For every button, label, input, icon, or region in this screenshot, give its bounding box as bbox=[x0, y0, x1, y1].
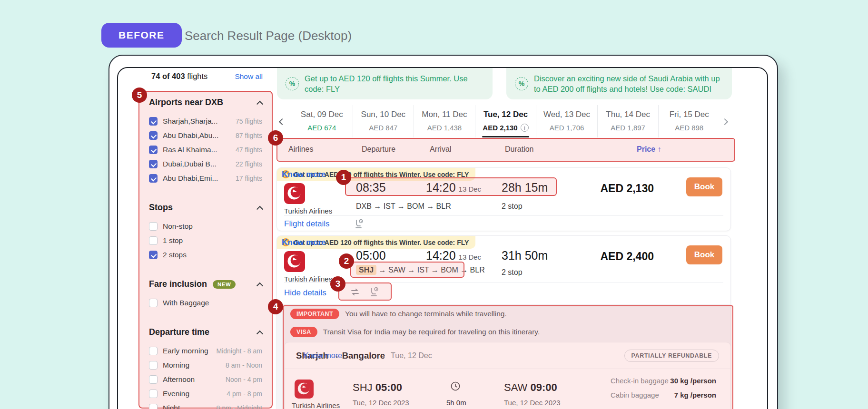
col-arrival: Arrival bbox=[430, 145, 451, 154]
chevron-up-icon[interactable] bbox=[256, 330, 263, 337]
important-badge: IMPORTANT bbox=[290, 309, 339, 319]
screenshot-canvas: BEFORE Search Result Page (Desktop) 74 o… bbox=[0, 0, 868, 409]
flight-details-link[interactable]: Flight details bbox=[284, 219, 329, 229]
filters-sidebar: Airports near DXB Sharjah,Sharja... 75 f… bbox=[138, 91, 273, 409]
browser-frame: 74 of 403 flights Show all Airports near… bbox=[108, 55, 778, 409]
checkbox-early-morning[interactable] bbox=[149, 347, 158, 355]
turkish-airlines-logo bbox=[284, 251, 305, 272]
filter-section-airports: Airports near DXB bbox=[149, 97, 262, 107]
filter-item: Dubai,Dubai B... 22 flights bbox=[149, 157, 262, 171]
discount-icon: % bbox=[286, 77, 299, 90]
filter-item: Sharjah,Sharja... 75 flights bbox=[149, 114, 262, 128]
chevron-right-icon[interactable] bbox=[722, 117, 731, 126]
filter-item: With Baggage bbox=[149, 296, 262, 310]
turkish-airlines-logo bbox=[295, 380, 314, 399]
show-all-link[interactable]: Show all bbox=[235, 72, 263, 81]
leg-date: Tue, 12 Dec bbox=[391, 351, 624, 360]
chevron-up-icon[interactable] bbox=[256, 282, 263, 289]
flight-price: AED 2,400 bbox=[582, 250, 654, 263]
results-count: 74 of 403 flights bbox=[151, 72, 207, 81]
checkbox-morning[interactable] bbox=[149, 361, 158, 370]
date-tab-sun-10[interactable]: Sun, 10 Dec AED 847 bbox=[353, 105, 414, 137]
chevron-up-icon[interactable] bbox=[256, 100, 263, 107]
refund-badge: PARTIALLY REFUNDABLE bbox=[624, 350, 719, 362]
app-frame: 74 of 403 flights Show all Airports near… bbox=[117, 67, 768, 409]
itinerary-header: Sharjah → Bangalore Tue, 12 Dec PARTIALL… bbox=[285, 342, 730, 369]
checkbox-evening[interactable] bbox=[149, 390, 158, 398]
date-tab-wed-13[interactable]: Wed, 13 Dec AED 1,706 bbox=[536, 105, 597, 137]
filter-item: 1 stop bbox=[149, 234, 262, 248]
filter-section-fare: Fare inclusion NEW bbox=[149, 279, 262, 289]
checkbox-afternoon[interactable] bbox=[149, 375, 158, 384]
checkbox-airport-3[interactable] bbox=[149, 160, 158, 168]
know-more-link[interactable]: Know more bbox=[282, 238, 326, 247]
know-more-link[interactable]: Know more bbox=[282, 170, 326, 179]
filter-section-departure: Departure time bbox=[149, 327, 262, 337]
filter-item: Early morning Midnight - 8 am bbox=[149, 344, 262, 358]
annotation-badge-5: 5 bbox=[132, 88, 147, 103]
discount-icon: % bbox=[515, 77, 528, 90]
departure-time: 05:00 bbox=[356, 249, 386, 263]
visa-badge: VISA bbox=[290, 327, 317, 337]
important-note: IMPORTANT You will have to change termin… bbox=[290, 309, 507, 319]
annotation-badge-1: 1 bbox=[336, 170, 351, 185]
cabin-baggage: Cabin baggage 7 kg /person bbox=[611, 391, 716, 399]
checkbox-baggage[interactable] bbox=[149, 299, 158, 307]
segment-row: Turkish Airlines SHJ 05:00 Tue, 12 Dec 2… bbox=[285, 369, 730, 409]
annotation-badge-6: 6 bbox=[268, 130, 283, 146]
mode-badge: BEFORE bbox=[101, 23, 182, 48]
checkbox-1stop[interactable] bbox=[149, 236, 158, 245]
chevron-left-icon[interactable] bbox=[280, 117, 288, 126]
card-promo-strip: % Get up to AED 120 off flights this Win… bbox=[277, 168, 475, 181]
book-button[interactable]: Book bbox=[686, 245, 722, 264]
col-airlines: Airlines bbox=[288, 145, 313, 154]
filter-item: Abu Dhabi,Abu... 87 flights bbox=[149, 128, 262, 143]
book-button[interactable]: Book bbox=[686, 177, 722, 196]
filter-item: 2 stops bbox=[149, 248, 262, 262]
card-promo-strip: % Get up to AED 120 off flights this Win… bbox=[277, 236, 475, 249]
hide-details-link[interactable]: Hide details bbox=[284, 288, 326, 298]
info-icon[interactable]: i bbox=[521, 124, 529, 132]
flight-price: AED 2,130 bbox=[582, 182, 654, 195]
know-more-link[interactable]: Know more bbox=[304, 351, 342, 360]
stops-section-title: Stops bbox=[149, 203, 257, 213]
checkbox-2stops[interactable] bbox=[149, 251, 158, 259]
itinerary-card: Sharjah → Bangalore Tue, 12 Dec PARTIALL… bbox=[284, 342, 731, 409]
chevron-up-icon[interactable] bbox=[256, 205, 263, 212]
filter-item: Night 8 pm - Midnight bbox=[149, 401, 262, 409]
filter-item: Afternoon Noon - 4 pm bbox=[149, 372, 262, 387]
segment-departure: SHJ 05:00 bbox=[353, 381, 402, 394]
date-tab-fri-15[interactable]: Fri, 15 Dec AED 898 bbox=[658, 105, 720, 137]
date-tab-thu-14[interactable]: Thu, 14 Dec AED 1,897 bbox=[597, 105, 659, 137]
annotation-box-3 bbox=[338, 282, 392, 301]
date-tab-mon-11[interactable]: Mon, 11 Dec AED 1,438 bbox=[414, 105, 475, 137]
col-price-sort[interactable]: Price ↑ bbox=[637, 145, 661, 154]
new-badge: NEW bbox=[213, 280, 236, 289]
annotation-badge-3: 3 bbox=[330, 276, 345, 292]
col-duration: Duration bbox=[505, 145, 533, 154]
filter-item: Morning 8 am - Noon bbox=[149, 358, 262, 372]
checkbox-airport-0[interactable] bbox=[149, 117, 158, 126]
visa-note: VISA Transit Visa for India may be requi… bbox=[290, 327, 540, 337]
divider bbox=[284, 282, 723, 283]
airports-section-title: Airports near DXB bbox=[149, 97, 257, 107]
date-tab-tue-12-selected[interactable]: Tue, 12 Dec AED 2,130i bbox=[475, 105, 536, 137]
date-tab-sat-09[interactable]: Sat, 09 Dec AED 674 bbox=[291, 105, 353, 137]
stops-count: 2 stop bbox=[502, 268, 523, 277]
segment-arrival: SAW 09:00 bbox=[504, 381, 557, 394]
checkbox-airport-2[interactable] bbox=[149, 146, 158, 154]
checkbox-nonstop[interactable] bbox=[149, 222, 158, 231]
route: SHJ → SAW → IST → BOM → BLR bbox=[356, 266, 485, 274]
checkbox-night[interactable] bbox=[149, 404, 158, 409]
segment-duration: 5h 0m bbox=[446, 399, 466, 407]
airline-name: Turkish Airlines bbox=[292, 401, 340, 409]
date-strip: Sat, 09 Dec AED 674 Sun, 10 Dec AED 847 … bbox=[277, 105, 732, 137]
results-count-bar: 74 of 403 flights Show all bbox=[151, 72, 263, 81]
divider bbox=[284, 215, 723, 216]
departure-section-title: Departure time bbox=[149, 327, 257, 337]
checkbox-airport-1[interactable] bbox=[149, 131, 158, 140]
promo-banner-summer: % Get up to AED 120 off flights this Sum… bbox=[277, 68, 493, 99]
checkbox-airport-4[interactable] bbox=[149, 174, 158, 183]
annotation-badge-4: 4 bbox=[268, 299, 283, 314]
clock-icon bbox=[450, 380, 461, 392]
